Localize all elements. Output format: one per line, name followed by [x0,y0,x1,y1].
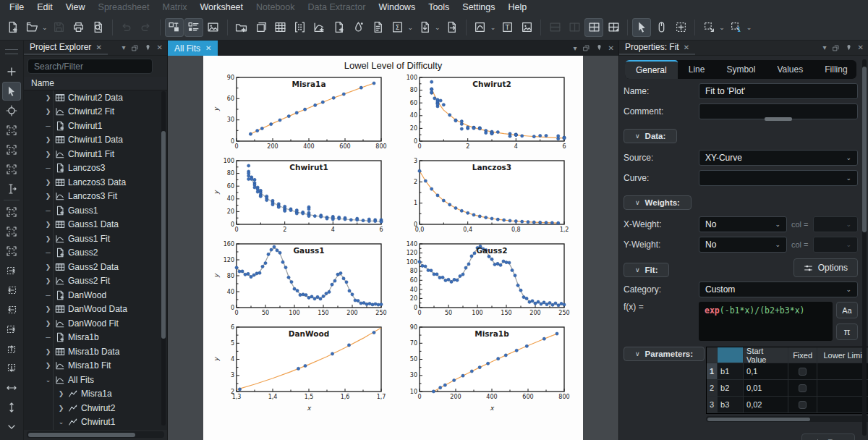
expander-collapsed-icon[interactable]: ❯ [44,362,52,369]
dock-menu-icon[interactable]: ▾ [823,44,827,51]
fixed-checkbox[interactable] [799,401,807,409]
zoom-in-button[interactable] [2,203,21,221]
expander-collapsed-icon[interactable]: ❯ [44,277,52,284]
plot-chwirut1[interactable]: 0246020406080100Chwirut1y [212,156,391,237]
tree-item-danwood-data[interactable]: ❯DanWood Data [24,302,167,317]
move-horizontal-button[interactable] [2,378,21,397]
shift-up-y-button[interactable] [2,339,21,358]
expander-collapsed-icon[interactable]: ❯ [57,405,65,412]
tree-item-gauss2[interactable]: ─Gauss2 [24,246,167,261]
table-horizontal-scrollbar[interactable] [706,416,868,422]
expander-collapsed-icon[interactable]: ❯ [44,151,52,158]
menu-file[interactable]: File [3,1,30,14]
new-spreadsheet-button[interactable] [271,18,290,37]
new-note-button[interactable] [369,18,388,37]
add-image-button[interactable] [517,18,536,37]
add-text-button[interactable]: T [498,18,516,37]
import-button[interactable] [415,18,434,37]
properties-tab[interactable]: Properties: Fit ✕ [619,41,695,55]
plot-danwood[interactable]: 1,31,41,51,61,723456DanWoodyx [212,323,391,412]
worksheet-tab-all-fits[interactable]: All Fits ✕ [168,41,218,56]
toggle-list-view-button[interactable] [184,18,203,37]
new-worksheet-button[interactable] [330,18,349,37]
y-weight-combobox[interactable]: No⌄ [699,237,787,253]
expander-expanded-icon[interactable]: ⌄ [44,376,52,384]
tree-item-chwirut2[interactable]: ❯Chwirut2 [24,401,167,415]
tree-item-lanczos3-data[interactable]: ❯Lanczos3 Data [24,175,167,190]
zoom-in-x-button[interactable] [2,261,21,280]
export-button[interactable] [443,18,461,37]
expander-collapsed-icon[interactable]: ❯ [44,192,52,200]
comment-field[interactable] [699,103,858,119]
tree-item-danwood-fit[interactable]: ❯DanWood Fit [24,316,167,331]
close-icon[interactable]: ✕ [684,43,689,51]
tree-item-gauss2-data[interactable]: ❯Gauss2 Data [24,260,167,274]
close-icon[interactable]: ✕ [157,44,163,51]
section-fit[interactable]: ∨Fit: [624,263,669,277]
pin-icon[interactable] [845,44,853,52]
x-weight-combobox[interactable]: No⌄ [699,216,787,232]
color-maps-button[interactable] [349,18,368,37]
close-icon[interactable]: ✕ [95,43,101,51]
plot-misra1a[interactable]: 02004006008000306090Misra1ay [212,73,391,154]
close-icon[interactable]: ✕ [205,44,211,52]
expander-collapsed-icon[interactable]: ❯ [44,94,52,101]
expander-collapsed-icon[interactable]: ❯ [44,348,52,355]
tree-item-lanczos3[interactable]: ─Lanczos3 [24,161,167,176]
lower-limit-cell-b1[interactable] [817,363,868,380]
zoom-mode-dropdown-icon[interactable]: ⌄ [718,24,726,31]
print-preview-button[interactable] [89,18,108,37]
param-start-value-b2[interactable]: 0,01 [744,380,788,397]
expander-collapsed-icon[interactable]: ❯ [57,390,65,397]
tree-item-lanczos3-fit[interactable]: ❯Lanczos3 Fit [24,190,167,204]
tree-item-gauss1[interactable]: ─Gauss1 [24,203,167,218]
dock-menu-icon[interactable]: ▾ [574,45,577,52]
plot-gauss1[interactable]: 05010015020025004080120160Gauss1y [212,240,391,321]
tree-item-misra1b-fit[interactable]: ❯Misra1b Fit [24,359,167,373]
zoom-select-button[interactable] [2,121,21,140]
close-icon[interactable]: ✕ [858,44,864,51]
row-header-2[interactable]: 2 [707,380,718,397]
menu-view[interactable]: View [59,1,92,14]
menu-settings[interactable]: Settings [456,1,501,14]
project-explorer-tab[interactable]: Project Explorer ✕ [24,41,108,55]
zoom-select-mode-button[interactable] [671,18,690,37]
menu-windows[interactable]: Windows [372,1,422,14]
new-notebook-dropdown-icon[interactable]: ⌄ [407,24,415,31]
dock-menu-icon[interactable]: ▾ [122,44,126,51]
magnification-dropdown-icon[interactable]: ⌄ [745,24,754,31]
menu-tools[interactable]: Tools [422,1,456,14]
navigate-mode-button[interactable] [652,18,671,37]
tree-item-chwirut1[interactable]: ⌄Chwirut1 [24,415,167,430]
expander-collapsed-icon[interactable]: ❯ [44,305,52,313]
new-notebook-button[interactable]: Σ [388,18,407,37]
expander-collapsed-icon[interactable]: ❯ [44,263,52,271]
screenshot-button[interactable] [204,18,223,37]
resize-grip[interactable] [765,117,792,121]
curve-combobox[interactable]: ⌄ [699,170,858,186]
param-start-value-b1[interactable]: 0,1 [744,363,788,380]
expander-collapsed-icon[interactable]: ❯ [44,179,52,186]
lower-limit-cell-b3[interactable] [817,397,868,413]
float-icon[interactable] [832,44,840,52]
import-dropdown-icon[interactable]: ⌄ [433,24,442,31]
row-header-1[interactable]: 1 [707,363,718,380]
expander-collapsed-icon[interactable]: ❯ [44,235,52,242]
tree-item-gauss2-fit[interactable]: ❯Gauss2 Fit [24,274,167,289]
tab-values[interactable]: Values [766,60,814,79]
constants-pi-button[interactable]: π [836,323,858,340]
tree-vertical-scrollbar[interactable] [161,91,166,426]
add-button[interactable] [2,62,21,81]
category-combobox[interactable]: Custom⌄ [699,282,858,297]
search-input[interactable] [27,59,153,74]
remove-layout-button[interactable] [604,18,623,37]
section-parameters[interactable]: ∨Parameters: [624,347,705,361]
new-datapicker-button[interactable] [310,18,329,37]
select-mode-button[interactable] [632,18,651,37]
shift-right-x-button[interactable] [2,320,21,339]
tab-filling[interactable]: Filling [814,60,856,79]
param-name-b3[interactable]: b3 [718,397,744,413]
tree-item-gauss1-data[interactable]: ❯Gauss1 Data [24,218,167,232]
param-start-value-b3[interactable]: 0,02 [744,397,788,413]
formula-editor[interactable]: exp(-b1*x)/(b2+b3*x) [699,302,833,341]
